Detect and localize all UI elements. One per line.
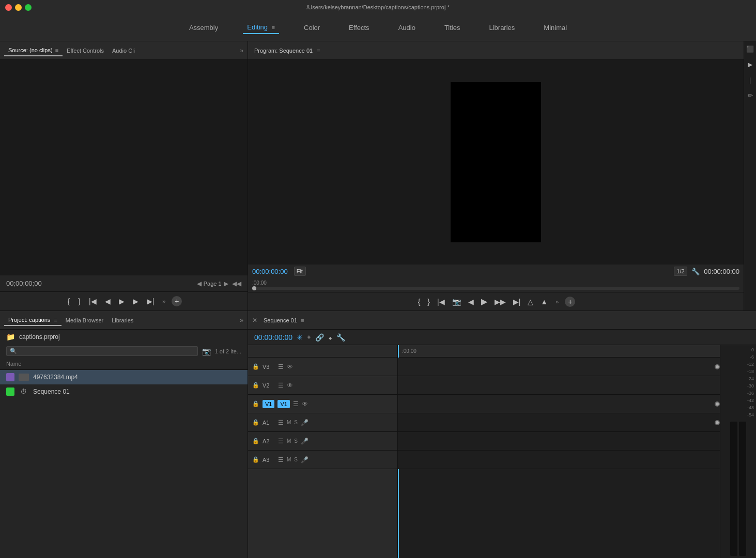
search-input[interactable]	[17, 348, 194, 354]
source-add-btn[interactable]: +	[172, 296, 182, 306]
prog-more-btn[interactable]: »	[553, 298, 561, 306]
prog-play-btn[interactable]: ▶	[480, 296, 489, 307]
track-row-v2[interactable]	[398, 376, 720, 395]
tab-sequence[interactable]: Sequence 01 ≡	[259, 315, 308, 326]
nav-titles[interactable]: Titles	[440, 22, 465, 34]
nav-libraries[interactable]: Libraries	[485, 22, 519, 34]
scrubber-track[interactable]	[252, 287, 739, 290]
a1-circle-handle[interactable]	[715, 420, 720, 425]
a1-mute-btn[interactable]: M	[287, 420, 291, 425]
project-item[interactable]: ⏱ Sequence 01	[0, 384, 248, 399]
sidebar-bar-icon[interactable]: |	[749, 76, 751, 84]
program-menu-icon[interactable]: ≡	[317, 48, 320, 54]
prog-go-to-out-btn[interactable]: ▶|	[512, 297, 522, 307]
tab-project[interactable]: Project: captions ≡	[4, 315, 61, 326]
project-panel-expand[interactable]: »	[240, 317, 243, 324]
skip-end-icon[interactable]: ◀◀	[232, 280, 241, 287]
track-row-a3[interactable]	[398, 451, 720, 469]
timeline-menu-icon[interactable]: ≡	[301, 317, 304, 323]
ripple-edit-tool[interactable]: ✳	[297, 333, 303, 342]
a1-settings-icon[interactable]: ☰	[278, 419, 284, 426]
tab-libraries[interactable]: Libraries	[107, 315, 137, 326]
mark-out-btn[interactable]: }	[76, 296, 83, 306]
camera-icon[interactable]: 📷	[202, 347, 211, 355]
panel-expand-icon[interactable]: »	[240, 47, 243, 54]
v1-visibility-icon[interactable]: 👁	[302, 400, 308, 408]
source-more-btn[interactable]: »	[160, 297, 167, 305]
prog-lift-btn[interactable]: △	[526, 297, 535, 307]
nav-audio[interactable]: Audio	[394, 22, 420, 34]
tab-effect-controls[interactable]: Effect Controls	[63, 45, 108, 56]
a2-lock-icon[interactable]: 🔒	[252, 438, 259, 444]
prog-go-to-in-btn[interactable]: |◀	[436, 297, 446, 307]
nav-effects[interactable]: Effects	[345, 22, 374, 34]
v2-lock-icon[interactable]: 🔒	[252, 382, 259, 389]
sidebar-pen-icon[interactable]: ✏	[748, 92, 753, 99]
next-page-icon-wrap[interactable]: ▶ ◀◀	[224, 280, 241, 287]
a1-solo-btn[interactable]: S	[294, 420, 298, 425]
v3-visibility-icon[interactable]: 👁	[287, 363, 293, 370]
a2-settings-icon[interactable]: ☰	[278, 438, 284, 445]
v1-target-btn[interactable]: V1	[263, 400, 274, 408]
step-back-btn[interactable]: ◀	[103, 296, 113, 306]
a1-mic-icon[interactable]: 🎤	[301, 419, 308, 426]
tab-media-browser[interactable]: Media Browser	[61, 315, 107, 326]
next-page-icon[interactable]: ▶	[224, 280, 228, 287]
prog-mark-in-btn[interactable]: {	[416, 297, 422, 307]
play-btn[interactable]: ▶	[117, 296, 127, 306]
a2-mic-icon[interactable]: 🎤	[301, 438, 308, 445]
a1-lock-icon[interactable]: 🔒	[252, 419, 259, 426]
a3-mute-btn[interactable]: M	[287, 457, 291, 462]
v1-settings-icon[interactable]: ☰	[293, 400, 299, 408]
timeline-close-btn[interactable]: ✕	[252, 317, 257, 324]
editing-menu-icon[interactable]: ≡	[272, 24, 275, 30]
sidebar-resize-icon[interactable]: ⬛	[746, 45, 754, 53]
nav-color[interactable]: Color	[300, 22, 324, 34]
a3-mic-icon[interactable]: 🎤	[301, 456, 308, 463]
prog-mark-out-btn[interactable]: }	[426, 297, 431, 307]
v3-settings-icon[interactable]: ☰	[278, 363, 284, 370]
track-row-a1[interactable]	[398, 413, 720, 432]
v1-circle-handle[interactable]	[715, 401, 720, 407]
resolution-dropdown[interactable]: 1/2	[674, 267, 687, 276]
a2-mute-btn[interactable]: M	[287, 438, 291, 444]
prog-step-fwd-btn[interactable]: ▶▶	[493, 297, 507, 307]
a3-solo-btn[interactable]: S	[294, 457, 298, 462]
a3-lock-icon[interactable]: 🔒	[252, 456, 259, 463]
prog-extract-btn[interactable]: ▲	[539, 297, 549, 307]
tab-audio-clip-mixer[interactable]: Audio Cli	[108, 45, 139, 56]
step-forward-btn[interactable]: ▶	[131, 296, 141, 306]
snap-toggle[interactable]: ⌖	[307, 333, 311, 342]
prog-step-back-btn[interactable]: ◀	[467, 297, 475, 307]
window-controls[interactable]	[5, 4, 32, 11]
sidebar-arrow-right-icon[interactable]: ▶	[748, 61, 752, 68]
track-row-a2[interactable]	[398, 432, 720, 451]
minimize-button[interactable]	[15, 4, 22, 11]
mark-in-btn[interactable]: {	[66, 296, 72, 306]
scrubber-head[interactable]	[252, 286, 256, 290]
track-row-v1[interactable]	[398, 395, 720, 413]
a3-settings-icon[interactable]: ☰	[278, 456, 284, 463]
nav-editing[interactable]: Editing ≡	[243, 21, 279, 34]
v3-circle-handle[interactable]	[715, 364, 720, 369]
prog-add-btn[interactable]: +	[565, 297, 575, 307]
project-tab-menu-icon[interactable]: ≡	[54, 317, 57, 323]
prev-page-icon[interactable]: ◀	[197, 280, 202, 287]
wrench-icon[interactable]: 🔧	[691, 268, 700, 275]
source-tab-menu-icon[interactable]: ≡	[55, 47, 58, 53]
linked-selection-toggle[interactable]: 🔗	[315, 333, 324, 342]
prog-camera-btn[interactable]: 📷	[451, 297, 462, 307]
v3-lock-icon[interactable]: 🔒	[252, 363, 259, 370]
go-to-out-btn[interactable]: ▶|	[145, 296, 157, 306]
nav-assembly[interactable]: Assembly	[185, 22, 222, 34]
track-row-v3[interactable]	[398, 358, 720, 376]
close-button[interactable]	[5, 4, 12, 11]
v1-lock-icon[interactable]: 🔒	[252, 400, 259, 407]
fit-dropdown[interactable]: Fit	[294, 267, 306, 276]
a2-solo-btn[interactable]: S	[294, 438, 298, 444]
v2-visibility-icon[interactable]: 👁	[287, 382, 293, 389]
project-item[interactable]: 497632384.mp4	[0, 370, 248, 384]
nav-minimal[interactable]: Minimal	[539, 22, 571, 34]
tab-source[interactable]: Source: (no clips) ≡	[4, 45, 63, 56]
maximize-button[interactable]	[25, 4, 32, 11]
